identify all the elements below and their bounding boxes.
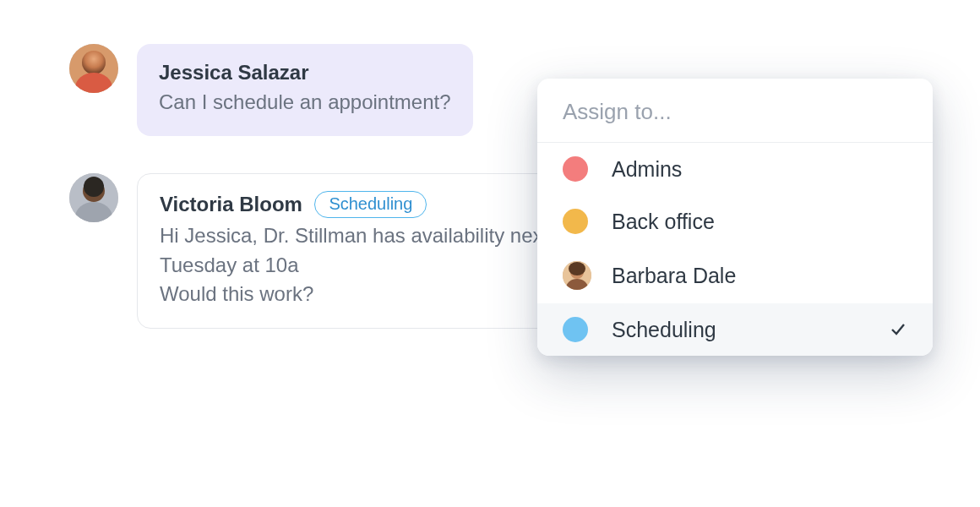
check-icon — [889, 320, 907, 339]
message-row: Victoria Bloom Scheduling Hi Jessica, Dr… — [69, 173, 576, 329]
assign-option-label: Barbara Dale — [612, 264, 907, 288]
message-text: Hi Jessica, Dr. Stillman has availabilit… — [160, 221, 553, 309]
chat-bubble: Jessica Salazar Can I schedule an appoin… — [137, 44, 473, 136]
svg-point-5 — [84, 177, 104, 197]
assign-option-label: Scheduling — [612, 318, 889, 342]
avatar — [69, 44, 118, 93]
assign-option-label: Back office — [612, 210, 907, 234]
color-swatch-icon — [563, 317, 588, 342]
chat-bubble: Victoria Bloom Scheduling Hi Jessica, Dr… — [137, 173, 576, 329]
author-name: Victoria Bloom — [160, 193, 302, 216]
assign-option-label: Admins — [612, 157, 907, 182]
assign-option-back-office[interactable]: Back office — [537, 195, 933, 248]
svg-point-1 — [82, 51, 106, 74]
author-name: Jessica Salazar — [159, 61, 308, 84]
user-avatar-icon — [563, 261, 591, 290]
color-swatch-icon — [563, 209, 588, 234]
color-swatch-icon — [563, 156, 588, 182]
assign-option-barbara-dale[interactable]: Barbara Dale — [537, 248, 933, 303]
assign-placeholder[interactable]: Assign to... — [537, 79, 933, 143]
message-text: Can I schedule an appointment? — [159, 88, 451, 117]
avatar — [69, 173, 118, 222]
assign-option-scheduling[interactable]: Scheduling — [537, 303, 933, 356]
svg-point-9 — [569, 262, 585, 275]
message-row: Jessica Salazar Can I schedule an appoin… — [69, 44, 576, 136]
assign-popover[interactable]: Assign to... Admins Back office Barbara … — [537, 79, 933, 356]
assignee-tag: Scheduling — [314, 191, 427, 218]
assign-option-admins[interactable]: Admins — [537, 143, 933, 195]
